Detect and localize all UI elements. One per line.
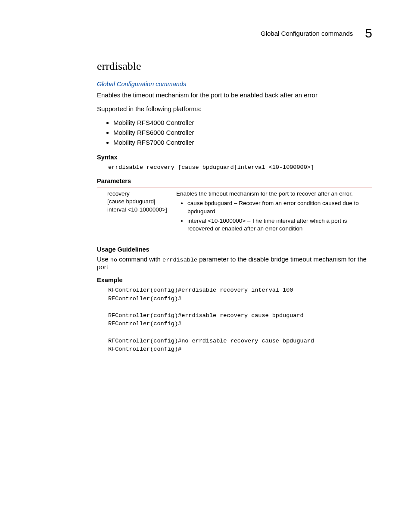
inline-code: errdisable [162,257,197,263]
list-item: Mobility RFS4000 Controller [113,119,372,126]
inline-code: no [110,257,117,263]
intro-paragraph-2: Supported in the following platforms: [97,105,372,113]
syntax-code: errdisable recovery [cause bpduguard|int… [108,163,372,172]
syntax-heading: Syntax [97,154,372,161]
page-container: Global Configuration commands 5 errdisab… [0,0,411,354]
page-header: Global Configuration commands 5 [97,26,372,40]
usage-heading: Usage Guidelines [97,246,372,253]
param-name-cell: recovery [cause bpduguard| interval <10-… [97,190,172,234]
param-line: [cause bpduguard| [107,198,172,205]
usage-text: Use [97,255,110,263]
param-line: interval <10-1000000>] [107,206,172,214]
chapter-number: 5 [365,26,372,40]
command-title: errdisable [97,60,372,73]
param-bullet: interval <10-1000000> – The time interva… [187,217,364,233]
param-line: recovery [107,190,172,198]
param-desc-cell: Enables the timeout mechanism for the po… [176,190,372,234]
platform-list: Mobility RFS4000 Controller Mobility RFS… [97,119,372,146]
intro-paragraph-1: Enables the timeout mechanism for the po… [97,91,372,100]
header-title: Global Configuration commands [261,30,353,37]
example-heading: Example [97,277,372,283]
usage-text: command with [117,255,162,263]
breadcrumb-link[interactable]: Global Configuration commands [97,81,372,87]
usage-paragraph: Use no command with errdisable parameter… [97,255,372,271]
list-item: Mobility RFS7000 Controller [113,139,372,146]
param-bullet: cause bpduguard – Recover from an error … [187,199,364,215]
list-item: Mobility RFS6000 Controller [113,129,372,136]
example-code: RFController(config)#errdisable recovery… [108,286,372,354]
parameters-heading: Parameters [97,177,372,184]
parameters-table: recovery [cause bpduguard| interval <10-… [97,187,372,238]
param-desc-intro: Enables the timeout mechanism for the po… [176,190,364,198]
